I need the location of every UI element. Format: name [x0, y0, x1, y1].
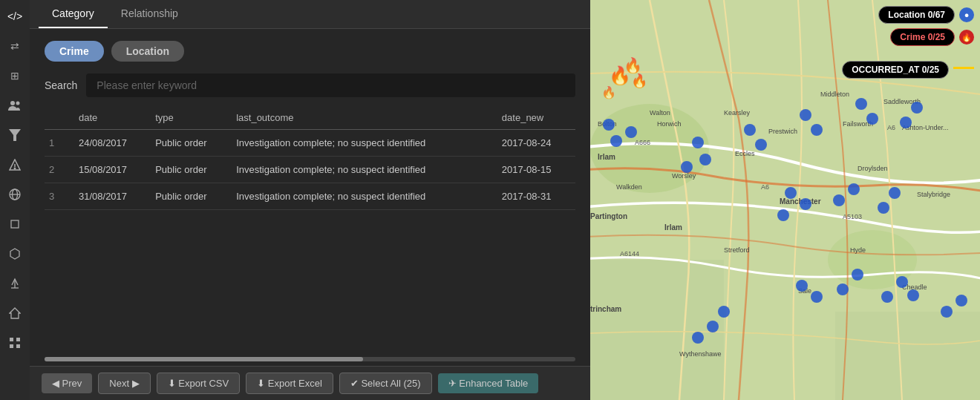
col-type: type [151, 106, 232, 130]
top-right-badges: Location 0/67 ● Crime 0/25 🔥 OCCURRED_AT… [842, 6, 974, 79]
svg-rect-22 [835, 312, 980, 400]
svg-text:Irlam: Irlam [664, 223, 682, 232]
tab-category[interactable]: Category [39, 0, 108, 28]
cell-date-new: 2017-08-15 [497, 157, 575, 183]
hex-icon[interactable] [4, 243, 25, 264]
svg-text:Prestwich: Prestwich [768, 128, 797, 135]
scrollbar-row[interactable] [30, 353, 590, 366]
crime-badge-row: Crime 0/25 🔥 [842, 28, 974, 46]
svg-point-80 [941, 306, 953, 318]
scrollbar-thumb[interactable] [45, 357, 363, 361]
svg-point-82 [707, 321, 719, 332]
export-excel-button[interactable]: ⬇ Export Excel [246, 373, 333, 394]
svg-point-77 [896, 276, 908, 288]
table-row: 3 31/08/2017 Public order Investigation … [45, 183, 575, 210]
svg-point-75 [852, 269, 863, 281]
svg-point-76 [837, 283, 849, 295]
prev-button[interactable]: ◀ Prev [42, 373, 92, 393]
export-icon[interactable] [4, 273, 25, 294]
cell-date: 24/08/2017 [74, 130, 151, 157]
cell-num: 2 [45, 157, 74, 183]
export-csv-button[interactable]: ⬇ Export CSV [157, 373, 241, 394]
table-header-row: date type last_outcome date_new [45, 106, 575, 130]
svg-rect-16 [10, 344, 13, 348]
cell-type: Public order [151, 183, 232, 210]
location-badge-icon[interactable]: ● [959, 7, 974, 22]
tab-relationship[interactable]: Relationship [108, 0, 192, 28]
data-panel: Category Relationship Crime Location Sea… [30, 0, 590, 400]
svg-text:A666: A666 [635, 139, 650, 146]
location-badge-row: Location 0/67 ● [842, 6, 974, 24]
col-num [45, 106, 74, 130]
enhanced-table-button[interactable]: ✈ Enhanced Table [438, 373, 539, 393]
svg-text:Irlam: Irlam [598, 153, 615, 161]
scrollbar-track[interactable] [45, 357, 575, 361]
svg-point-68 [777, 209, 789, 221]
svg-rect-15 [16, 338, 20, 341]
svg-rect-9 [11, 220, 19, 228]
home-icon[interactable] [4, 303, 25, 324]
svg-text:Worsley: Worsley [672, 172, 696, 180]
svg-point-84 [692, 332, 704, 344]
search-row: Search [30, 71, 590, 106]
warning-icon[interactable] [4, 154, 25, 175]
svg-point-61 [811, 124, 823, 136]
cell-last-outcome: Investigation complete; no suspect ident… [232, 157, 497, 183]
code-icon[interactable]: </> [4, 6, 25, 27]
col-last-outcome: last_outcome [232, 106, 497, 130]
arrows-icon[interactable]: ⇄ [4, 36, 25, 56]
svg-point-69 [848, 183, 860, 195]
table-container[interactable]: date type last_outcome date_new 1 24/08/… [30, 106, 590, 353]
svg-point-5 [14, 168, 15, 168]
svg-text:Eccles: Eccles [735, 150, 755, 157]
svg-rect-21 [590, 260, 724, 400]
svg-text:A6: A6 [761, 183, 769, 191]
select-all-button[interactable]: ✔ Select All (25) [339, 373, 432, 394]
apps-icon[interactable] [4, 332, 25, 353]
search-label: Search [45, 79, 77, 91]
cell-date-new: 2017-08-31 [497, 183, 575, 210]
cell-num: 1 [45, 130, 74, 157]
svg-point-57 [681, 161, 693, 173]
bottom-toolbar: ◀ Prev Next ▶ ⬇ Export CSV ⬇ Export Exce… [30, 366, 590, 400]
cell-last-outcome: Investigation complete; no suspect ident… [232, 183, 497, 210]
svg-text:Kearsley: Kearsley [724, 109, 751, 117]
svg-point-62 [855, 98, 867, 110]
svg-point-54 [610, 135, 622, 147]
location-badge[interactable]: Location 0/67 [878, 6, 955, 24]
svg-text:🔥: 🔥 [624, 56, 642, 74]
svg-point-70 [833, 194, 845, 206]
search-input[interactable] [86, 73, 575, 97]
svg-text:Stretford: Stretford [724, 246, 750, 254]
cube-icon[interactable] [4, 214, 25, 235]
svg-marker-10 [10, 249, 19, 259]
map-area[interactable]: A666 A6 A5103 A6144 A6 Irlam Partington … [590, 0, 980, 400]
grid-icon[interactable]: ⊞ [4, 65, 25, 86]
occurred-badge-row: OCCURRED_AT 0/25 [842, 56, 974, 79]
svg-point-73 [796, 280, 808, 292]
next-button[interactable]: Next ▶ [98, 373, 150, 394]
occurred-badge[interactable]: OCCURRED_AT 0/25 [842, 61, 949, 79]
svg-point-65 [900, 117, 912, 128]
svg-text:Droylsden: Droylsden [858, 165, 888, 172]
svg-point-58 [744, 124, 756, 136]
cell-type: Public order [151, 130, 232, 157]
svg-text:Horwich: Horwich [657, 120, 682, 128]
crime-badge-icon[interactable]: 🔥 [959, 30, 974, 45]
globe-icon[interactable] [4, 184, 25, 205]
location-category-button[interactable]: Location [111, 41, 184, 62]
filter-icon[interactable] [4, 125, 25, 145]
cell-date: 31/08/2017 [74, 183, 151, 210]
svg-text:Wythenshawe: Wythenshawe [679, 350, 721, 358]
svg-text:A6: A6 [887, 124, 895, 131]
svg-text:Hyde: Hyde [850, 246, 866, 254]
svg-point-56 [699, 154, 711, 165]
crime-category-button[interactable]: Crime [45, 41, 104, 62]
svg-text:A6144: A6144 [620, 250, 639, 258]
crime-badge[interactable]: Crime 0/25 [890, 28, 955, 46]
svg-point-55 [692, 137, 704, 148]
svg-text:🔥: 🔥 [601, 85, 616, 99]
svg-point-81 [956, 295, 967, 306]
table-row: 2 15/08/2017 Public order Investigation … [45, 157, 575, 183]
users-icon[interactable] [4, 95, 25, 116]
